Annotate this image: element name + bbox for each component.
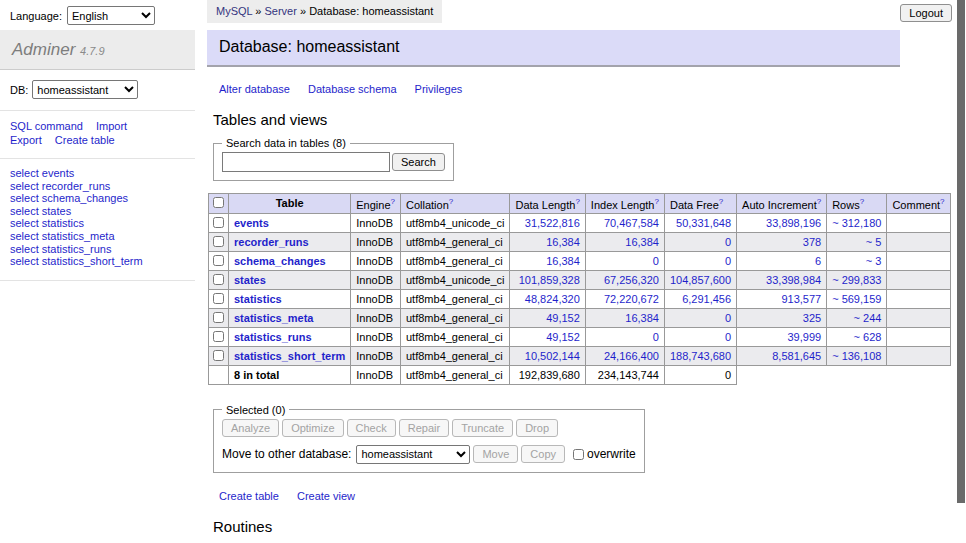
move-db-select[interactable]: homeassistant [356,445,470,464]
table-link-states[interactable]: states [234,274,266,286]
index-length-link[interactable]: 67,256,320 [604,274,659,286]
scrollbar-thumb[interactable] [957,0,965,503]
row-checkbox[interactable] [213,255,224,266]
table-link-statistics[interactable]: statistics [234,293,282,305]
language-select[interactable]: English [67,6,155,25]
db-select[interactable]: homeassistant [32,80,138,99]
select-all-checkbox[interactable] [213,197,224,208]
index-length-link[interactable]: 16,384 [625,236,659,248]
rows-link[interactable]: ~ 312,180 [832,217,881,229]
row-checkbox[interactable] [213,331,224,342]
overwrite-checkbox[interactable] [573,449,584,460]
column-help-link[interactable]: ? [817,197,821,206]
sidebar-item-select-states[interactable]: select states [10,205,71,217]
sidebar-item-select-recorder_runs[interactable]: select recorder_runs [10,180,110,192]
data-length-link[interactable]: 49,152 [546,312,580,324]
auto-increment-link[interactable]: 6 [815,255,821,267]
auto-increment-link[interactable]: 33,898,196 [766,217,821,229]
sidebar-item-select-schema_changes[interactable]: select schema_changes [10,192,128,204]
table-link-statistics_runs[interactable]: statistics_runs [234,331,312,343]
data-free-link[interactable]: 6,291,456 [682,293,731,305]
auto-increment-link[interactable]: 8,581,645 [772,350,821,362]
column-help-link[interactable]: ? [719,197,723,206]
row-checkbox[interactable] [213,236,224,247]
data-free-link[interactable]: 0 [725,236,731,248]
check-button[interactable]: Check [347,419,396,437]
data-free-link[interactable]: 104,857,600 [670,274,731,286]
table-link-events[interactable]: events [234,217,269,229]
index-length-link[interactable]: 24,166,400 [604,350,659,362]
rows-link[interactable]: ~ 299,833 [832,274,881,286]
data-length-link[interactable]: 49,152 [546,331,580,343]
table-link-statistics_meta[interactable]: statistics_meta [234,312,314,324]
sidebar-item-select-statistics_meta[interactable]: select statistics_meta [10,230,115,242]
sidebar-action-sql-command[interactable]: SQL command [10,120,83,132]
create-table-link[interactable]: Create table [219,490,279,502]
index-length-link[interactable]: 0 [653,331,659,343]
search-button[interactable]: Search [392,153,445,171]
sidebar-item-select-statistics_runs[interactable]: select statistics_runs [10,243,111,255]
sidebar-action-export[interactable]: Export [10,134,42,146]
rows-link[interactable]: ~ 5 [866,236,882,248]
index-length-link[interactable]: 72,220,672 [604,293,659,305]
database-schema-link[interactable]: Database schema [308,83,397,95]
data-length-link[interactable]: 31,522,816 [525,217,580,229]
row-checkbox[interactable] [213,274,224,285]
search-input[interactable] [222,152,390,172]
column-help-link[interactable]: ? [654,197,658,206]
table-link-recorder_runs[interactable]: recorder_runs [234,236,309,248]
data-length-link[interactable]: 48,824,320 [525,293,580,305]
breadcrumb-link-server[interactable]: Server [265,5,297,17]
rows-link[interactable]: ~ 569,159 [832,293,881,305]
optimize-button[interactable]: Optimize [282,419,343,437]
analyze-button[interactable]: Analyze [222,419,279,437]
data-free-link[interactable]: 0 [725,331,731,343]
column-help-link[interactable]: ? [391,197,395,206]
truncate-button[interactable]: Truncate [452,419,513,437]
logout-button[interactable]: Logout [900,4,952,22]
sidebar-item-select-statistics[interactable]: select statistics [10,217,84,229]
data-free-link[interactable]: 0 [725,312,731,324]
row-checkbox[interactable] [213,312,224,323]
data-free-link[interactable]: 188,743,680 [670,350,731,362]
column-help-link[interactable]: ? [860,197,864,206]
table-link-schema_changes[interactable]: schema_changes [234,255,326,267]
rows-link[interactable]: ~ 628 [854,331,882,343]
column-help-link[interactable]: ? [449,197,453,206]
index-length-link[interactable]: 0 [653,255,659,267]
rows-link[interactable]: ~ 136,108 [832,350,881,362]
copy-button[interactable]: Copy [521,445,565,463]
repair-button[interactable]: Repair [399,419,449,437]
data-length-link[interactable]: 16,384 [546,255,580,267]
column-help-link[interactable]: ? [575,197,579,206]
column-help-link[interactable]: ? [940,197,944,206]
table-link-statistics_short_term[interactable]: statistics_short_term [234,350,345,362]
sidebar-item-select-events[interactable]: select events [10,167,74,179]
alter-database-link[interactable]: Alter database [219,83,290,95]
auto-increment-link[interactable]: 39,999 [788,331,822,343]
sidebar-action-import[interactable]: Import [96,120,127,132]
sidebar-item-select-statistics_short_term[interactable]: select statistics_short_term [10,255,143,267]
index-length-link[interactable]: 16,384 [625,312,659,324]
data-length-link[interactable]: 16,384 [546,236,580,248]
privileges-link[interactable]: Privileges [415,83,463,95]
row-checkbox[interactable] [213,217,224,228]
create-view-link[interactable]: Create view [297,490,355,502]
drop-button[interactable]: Drop [516,419,558,437]
data-length-link[interactable]: 101,859,328 [519,274,580,286]
auto-increment-link[interactable]: 378 [803,236,821,248]
auto-increment-link[interactable]: 325 [803,312,821,324]
auto-increment-link[interactable]: 33,398,984 [766,274,821,286]
row-checkbox[interactable] [213,293,224,304]
auto-increment-link[interactable]: 913,577 [781,293,821,305]
data-length-link[interactable]: 10,502,144 [525,350,580,362]
move-button[interactable]: Move [473,445,518,463]
index-length-link[interactable]: 70,467,584 [604,217,659,229]
data-free-link[interactable]: 50,331,648 [676,217,731,229]
rows-link[interactable]: ~ 3 [866,255,882,267]
breadcrumb-link-mysql[interactable]: MySQL [216,5,252,17]
rows-link[interactable]: ~ 244 [854,312,882,324]
sidebar-action-create-table[interactable]: Create table [55,134,115,146]
data-free-link[interactable]: 0 [725,255,731,267]
row-checkbox[interactable] [213,350,224,361]
